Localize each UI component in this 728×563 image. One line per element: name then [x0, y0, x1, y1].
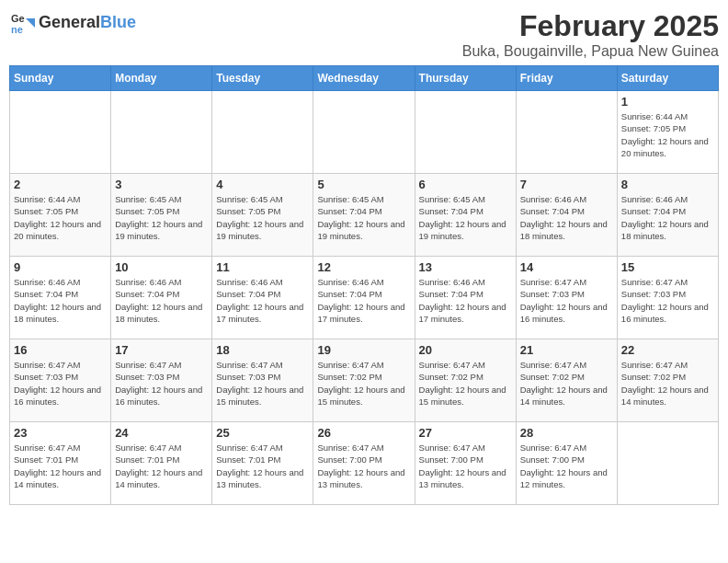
day-number: 19 [317, 343, 410, 357]
day-info: Sunrise: 6:47 AM Sunset: 7:03 PM Dayligh… [216, 359, 309, 408]
day-number: 14 [520, 260, 613, 274]
page-title: February 2025 [462, 9, 719, 43]
logo-icon: Ge ne [9, 9, 35, 35]
day-info: Sunrise: 6:47 AM Sunset: 7:01 PM Dayligh… [14, 442, 107, 490]
day-number: 28 [520, 426, 613, 440]
calendar-cell: 10Sunrise: 6:46 AM Sunset: 7:04 PM Dayli… [111, 257, 212, 339]
day-info: Sunrise: 6:47 AM Sunset: 7:02 PM Dayligh… [520, 359, 613, 408]
day-info: Sunrise: 6:45 AM Sunset: 7:05 PM Dayligh… [115, 193, 208, 242]
day-info: Sunrise: 6:46 AM Sunset: 7:04 PM Dayligh… [621, 193, 714, 242]
day-info: Sunrise: 6:46 AM Sunset: 7:04 PM Dayligh… [216, 276, 309, 325]
calendar-cell: 18Sunrise: 6:47 AM Sunset: 7:03 PM Dayli… [212, 339, 313, 422]
day-info: Sunrise: 6:45 AM Sunset: 7:04 PM Dayligh… [419, 193, 512, 242]
calendar-cell: 17Sunrise: 6:47 AM Sunset: 7:03 PM Dayli… [111, 339, 212, 422]
day-number: 6 [419, 178, 512, 191]
page-subtitle: Buka, Bougainville, Papua New Guinea [462, 43, 719, 60]
day-info: Sunrise: 6:46 AM Sunset: 7:04 PM Dayligh… [115, 276, 208, 325]
calendar-cell [516, 91, 617, 174]
day-number: 2 [14, 178, 107, 191]
day-number: 7 [520, 178, 613, 191]
svg-marker-2 [26, 18, 35, 28]
calendar-cell: 8Sunrise: 6:46 AM Sunset: 7:04 PM Daylig… [617, 174, 718, 257]
day-info: Sunrise: 6:47 AM Sunset: 7:03 PM Dayligh… [14, 359, 107, 408]
logo: Ge ne GeneralBlue [9, 9, 136, 35]
calendar-week-1: 1Sunrise: 6:44 AM Sunset: 7:05 PM Daylig… [10, 91, 719, 174]
day-number: 18 [216, 343, 309, 357]
calendar-cell: 5Sunrise: 6:45 AM Sunset: 7:04 PM Daylig… [313, 174, 415, 257]
calendar-cell: 9Sunrise: 6:46 AM Sunset: 7:04 PM Daylig… [10, 257, 111, 339]
calendar-week-4: 16Sunrise: 6:47 AM Sunset: 7:03 PM Dayli… [10, 339, 719, 422]
logo-blue: Blue [100, 13, 136, 31]
day-info: Sunrise: 6:45 AM Sunset: 7:04 PM Dayligh… [317, 193, 410, 242]
calendar-week-2: 2Sunrise: 6:44 AM Sunset: 7:05 PM Daylig… [10, 174, 719, 257]
day-number: 5 [317, 178, 410, 191]
day-header-friday: Friday [516, 66, 617, 91]
day-header-saturday: Saturday [617, 66, 718, 91]
day-info: Sunrise: 6:47 AM Sunset: 7:00 PM Dayligh… [520, 442, 613, 490]
day-info: Sunrise: 6:47 AM Sunset: 7:01 PM Dayligh… [115, 442, 208, 490]
calendar-cell: 19Sunrise: 6:47 AM Sunset: 7:02 PM Dayli… [313, 339, 415, 422]
calendar-cell [10, 91, 111, 174]
calendar-cell: 27Sunrise: 6:47 AM Sunset: 7:00 PM Dayli… [415, 422, 516, 505]
day-header-thursday: Thursday [415, 66, 516, 91]
day-info: Sunrise: 6:46 AM Sunset: 7:04 PM Dayligh… [419, 276, 512, 325]
title-area: February 2025 Buka, Bougainville, Papua … [462, 9, 719, 60]
calendar-cell: 7Sunrise: 6:46 AM Sunset: 7:04 PM Daylig… [516, 174, 617, 257]
day-number: 10 [115, 260, 208, 274]
day-number: 9 [14, 260, 107, 274]
day-info: Sunrise: 6:47 AM Sunset: 7:01 PM Dayligh… [216, 442, 309, 490]
day-number: 3 [115, 178, 208, 191]
day-number: 1 [621, 95, 714, 109]
day-number: 21 [520, 343, 613, 357]
calendar-cell: 12Sunrise: 6:46 AM Sunset: 7:04 PM Dayli… [313, 257, 415, 339]
day-info: Sunrise: 6:47 AM Sunset: 7:00 PM Dayligh… [419, 442, 512, 490]
calendar-cell: 1Sunrise: 6:44 AM Sunset: 7:05 PM Daylig… [617, 91, 718, 174]
logo-general: General [39, 13, 100, 31]
svg-text:Ge: Ge [11, 13, 25, 24]
day-header-sunday: Sunday [10, 66, 111, 91]
day-info: Sunrise: 6:46 AM Sunset: 7:04 PM Dayligh… [520, 193, 613, 242]
calendar-week-5: 23Sunrise: 6:47 AM Sunset: 7:01 PM Dayli… [10, 422, 719, 505]
day-number: 17 [115, 343, 208, 357]
calendar-cell: 13Sunrise: 6:46 AM Sunset: 7:04 PM Dayli… [415, 257, 516, 339]
svg-text:ne: ne [11, 24, 23, 35]
calendar-cell: 21Sunrise: 6:47 AM Sunset: 7:02 PM Dayli… [516, 339, 617, 422]
calendar-cell: 4Sunrise: 6:45 AM Sunset: 7:05 PM Daylig… [212, 174, 313, 257]
day-number: 22 [621, 343, 714, 357]
day-info: Sunrise: 6:44 AM Sunset: 7:05 PM Dayligh… [621, 110, 714, 159]
calendar-cell: 6Sunrise: 6:45 AM Sunset: 7:04 PM Daylig… [415, 174, 516, 257]
calendar-cell [111, 91, 212, 174]
day-info: Sunrise: 6:47 AM Sunset: 7:03 PM Dayligh… [520, 276, 613, 325]
calendar-cell: 11Sunrise: 6:46 AM Sunset: 7:04 PM Dayli… [212, 257, 313, 339]
day-info: Sunrise: 6:46 AM Sunset: 7:04 PM Dayligh… [14, 276, 107, 325]
calendar-cell: 3Sunrise: 6:45 AM Sunset: 7:05 PM Daylig… [111, 174, 212, 257]
day-header-monday: Monday [111, 66, 212, 91]
day-info: Sunrise: 6:47 AM Sunset: 7:02 PM Dayligh… [317, 359, 410, 408]
calendar-cell: 15Sunrise: 6:47 AM Sunset: 7:03 PM Dayli… [617, 257, 718, 339]
calendar-cell [212, 91, 313, 174]
day-number: 8 [621, 178, 714, 191]
day-info: Sunrise: 6:47 AM Sunset: 7:00 PM Dayligh… [317, 442, 410, 490]
calendar-cell: 25Sunrise: 6:47 AM Sunset: 7:01 PM Dayli… [212, 422, 313, 505]
calendar-cell [415, 91, 516, 174]
calendar-cell: 16Sunrise: 6:47 AM Sunset: 7:03 PM Dayli… [10, 339, 111, 422]
day-number: 13 [419, 260, 512, 274]
calendar-table: SundayMondayTuesdayWednesdayThursdayFrid… [9, 65, 719, 505]
day-number: 27 [419, 426, 512, 440]
day-number: 16 [14, 343, 107, 357]
calendar-cell: 28Sunrise: 6:47 AM Sunset: 7:00 PM Dayli… [516, 422, 617, 505]
day-info: Sunrise: 6:45 AM Sunset: 7:05 PM Dayligh… [216, 193, 309, 242]
calendar-cell [313, 91, 415, 174]
day-number: 20 [419, 343, 512, 357]
day-header-tuesday: Tuesday [212, 66, 313, 91]
day-info: Sunrise: 6:47 AM Sunset: 7:03 PM Dayligh… [115, 359, 208, 408]
day-number: 12 [317, 260, 410, 274]
calendar-cell: 26Sunrise: 6:47 AM Sunset: 7:00 PM Dayli… [313, 422, 415, 505]
day-number: 11 [216, 260, 309, 274]
calendar-header-row: SundayMondayTuesdayWednesdayThursdayFrid… [10, 66, 719, 91]
calendar-cell [617, 422, 718, 505]
day-header-wednesday: Wednesday [313, 66, 415, 91]
header: Ge ne GeneralBlue February 2025 Buka, Bo… [9, 9, 719, 60]
day-info: Sunrise: 6:47 AM Sunset: 7:03 PM Dayligh… [621, 276, 714, 325]
day-number: 23 [14, 426, 107, 440]
